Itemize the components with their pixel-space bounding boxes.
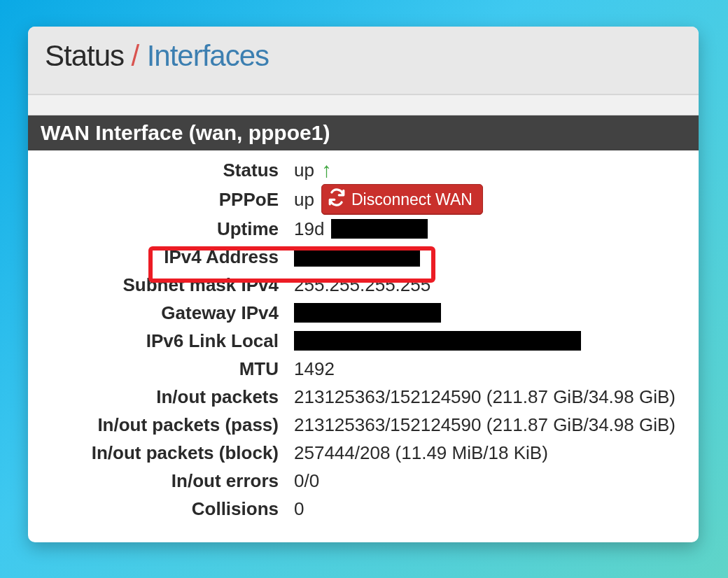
label-subnet: Subnet mask IPv4 xyxy=(45,274,294,296)
label-status: Status xyxy=(45,160,294,181)
redacted-uptime-detail xyxy=(331,219,428,239)
label-pkts-pass: In/out packets (pass) xyxy=(45,414,294,436)
label-ipv4: IPv4 Address xyxy=(45,246,294,268)
breadcrumb-parent[interactable]: Status xyxy=(45,39,124,72)
value-uptime: 19d xyxy=(294,218,682,240)
row-collisions: Collisions 0 xyxy=(45,495,682,523)
label-pppoe: PPPoE xyxy=(45,189,294,211)
breadcrumb-current[interactable]: Interfaces xyxy=(147,39,269,72)
redacted-gateway-ipv4 xyxy=(294,303,441,323)
section-header-wan: WAN Interface (wan, pppoe1) xyxy=(28,115,699,150)
refresh-icon xyxy=(328,188,346,211)
row-pkts-block: In/out packets (block) 257444/208 (11.49… xyxy=(45,439,682,467)
value-pkts-pass: 213125363/152124590 (211.87 GiB/34.98 Gi… xyxy=(294,414,682,436)
value-status: up ↑ xyxy=(294,160,682,181)
row-ipv6ll: IPv6 Link Local xyxy=(45,327,682,355)
label-errors: In/out errors xyxy=(45,470,294,492)
row-ipv4: IPv4 Address xyxy=(45,243,682,271)
breadcrumb: Status / Interfaces xyxy=(28,27,699,94)
value-subnet: 255.255.255.255 xyxy=(294,274,682,296)
label-pkts: In/out packets xyxy=(45,386,294,408)
label-mtu: MTU xyxy=(45,358,294,380)
row-pkts: In/out packets 213125363/152124590 (211.… xyxy=(45,383,682,411)
value-pppoe: up Disconnect WAN xyxy=(294,184,682,215)
label-pkts-block: In/out packets (block) xyxy=(45,442,294,464)
value-collisions: 0 xyxy=(294,498,682,520)
value-ipv6ll xyxy=(294,331,682,351)
status-up-arrow-icon: ↑ xyxy=(321,160,332,181)
value-errors: 0/0 xyxy=(294,470,682,492)
redacted-ipv4-address xyxy=(294,247,420,267)
row-uptime: Uptime 19d xyxy=(45,215,682,243)
uptime-text: 19d xyxy=(294,218,324,240)
status-text: up xyxy=(294,160,314,181)
disconnect-wan-label: Disconnect WAN xyxy=(351,190,472,209)
disconnect-wan-button[interactable]: Disconnect WAN xyxy=(321,184,483,215)
value-gateway xyxy=(294,303,682,323)
row-errors: In/out errors 0/0 xyxy=(45,467,682,495)
row-mtu: MTU 1492 xyxy=(45,355,682,383)
value-pkts: 213125363/152124590 (211.87 GiB/34.98 Gi… xyxy=(294,386,682,408)
label-uptime: Uptime xyxy=(45,218,294,240)
row-pkts-pass: In/out packets (pass) 213125363/15212459… xyxy=(45,411,682,439)
row-gateway: Gateway IPv4 xyxy=(45,299,682,327)
value-ipv4 xyxy=(294,247,682,267)
row-pppoe: PPPoE up Disconnect WAN xyxy=(45,184,682,215)
redacted-ipv6-link-local xyxy=(294,331,581,351)
pppoe-text: up xyxy=(294,189,314,211)
value-mtu: 1492 xyxy=(294,358,682,380)
value-pkts-block: 257444/208 (11.49 MiB/18 KiB) xyxy=(294,442,682,464)
status-interfaces-panel: Status / Interfaces WAN Interface (wan, … xyxy=(28,27,699,542)
row-status: Status up ↑ xyxy=(45,156,682,184)
label-collisions: Collisions xyxy=(45,498,294,520)
spacer-strip xyxy=(28,94,699,115)
breadcrumb-separator: / xyxy=(132,39,140,72)
label-gateway: Gateway IPv4 xyxy=(45,302,294,324)
label-ipv6ll: IPv6 Link Local xyxy=(45,330,294,352)
interface-details-grid: Status up ↑ PPPoE up xyxy=(28,150,699,542)
row-subnet: Subnet mask IPv4 255.255.255.255 xyxy=(45,271,682,299)
